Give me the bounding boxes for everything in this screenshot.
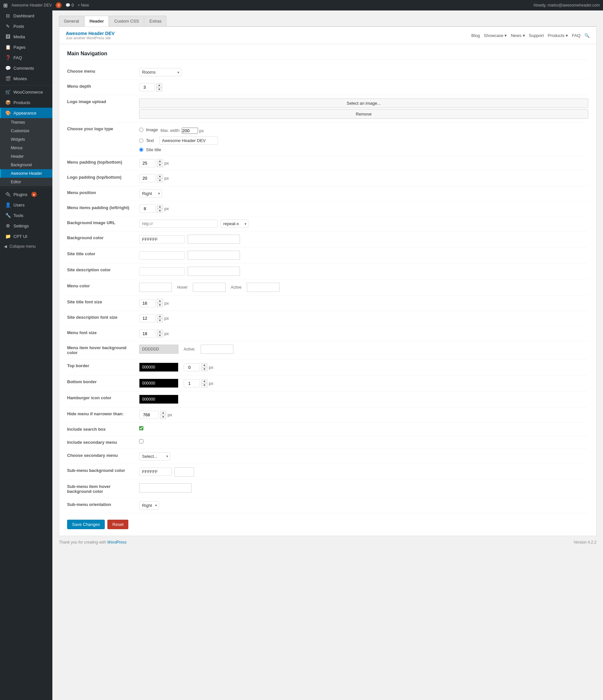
tab-header[interactable]: Header xyxy=(85,16,109,26)
logo-padding-down[interactable]: ▼ xyxy=(157,178,163,183)
sidebar-item-posts[interactable]: ✎ Posts xyxy=(0,21,52,31)
site-desc-font-size-up[interactable]: ▲ xyxy=(157,314,163,319)
top-border-color-swatch[interactable]: 000000 xyxy=(139,362,178,372)
choose-menu-select[interactable]: Rooms Main Menu Secondary Menu xyxy=(139,68,182,76)
site-desc-font-size-input[interactable] xyxy=(139,314,155,322)
sidebar-item-dashboard[interactable]: ⊟ Dashboard xyxy=(0,10,52,21)
bottom-border-size-input[interactable] xyxy=(184,379,200,388)
menu-hover-label: Hover xyxy=(177,285,188,290)
sidebar-item-settings[interactable]: ⚙ Settings xyxy=(0,221,52,231)
sidebar-item-tools[interactable]: 🔧 Tools xyxy=(0,210,52,221)
submenu-orientation-select[interactable]: Right Left xyxy=(139,501,159,509)
tab-extras[interactable]: Extras xyxy=(144,16,166,26)
site-title-font-size-up[interactable]: ▲ xyxy=(157,299,163,303)
top-border-size-input[interactable] xyxy=(184,363,200,371)
menu-depth-down[interactable]: ▼ xyxy=(156,88,162,92)
menu-color-swatch[interactable] xyxy=(139,283,172,292)
max-width-input[interactable] xyxy=(182,128,198,134)
menu-items-padding-up[interactable]: ▲ xyxy=(157,204,163,209)
menu-font-size-up[interactable]: ▲ xyxy=(157,329,163,334)
menu-position-select[interactable]: Right Left Center xyxy=(139,190,162,198)
include-secondary-menu-checkbox[interactable] xyxy=(139,439,143,444)
menu-font-size-input[interactable] xyxy=(139,329,155,338)
submenu-item-menus[interactable]: Menus xyxy=(0,144,52,152)
sidebar-item-comments[interactable]: 💬 Comments xyxy=(0,63,52,73)
submenu-item-customize[interactable]: Customize xyxy=(0,127,52,135)
sidebar-item-movies[interactable]: 🎬 Movies xyxy=(0,73,52,84)
bottom-border-color-swatch[interactable]: 000000 xyxy=(139,379,178,388)
submenu-item-background[interactable]: Background xyxy=(0,161,52,169)
submenu-hover-bg-swatch[interactable] xyxy=(139,483,192,493)
menu-hover-active-swatch[interactable] xyxy=(201,345,234,354)
bg-image-url-input[interactable] xyxy=(139,220,218,228)
site-desc-color-input[interactable] xyxy=(139,267,185,276)
remove-image-button[interactable]: Remove xyxy=(139,109,588,119)
submenu-item-editor[interactable]: Editor xyxy=(0,178,52,186)
menu-active-swatch[interactable] xyxy=(247,283,280,292)
menu-font-size-down[interactable]: ▼ xyxy=(157,333,163,338)
logo-type-text-radio[interactable] xyxy=(139,139,143,143)
sidebar-item-faq[interactable]: ❓ FAQ xyxy=(0,52,52,63)
sidebar-item-products[interactable]: 📦 Products xyxy=(0,97,52,108)
bg-color-input[interactable] xyxy=(139,235,185,244)
logo-padding-input[interactable] xyxy=(139,174,155,182)
menu-items-padding-down[interactable]: ▼ xyxy=(157,209,163,213)
save-changes-button[interactable]: Save Changes xyxy=(67,520,105,529)
submenu-item-header[interactable]: Header xyxy=(0,152,52,161)
sidebar-item-users[interactable]: 👤 Users xyxy=(0,200,52,210)
submenu-bg-color-swatch[interactable] xyxy=(174,467,194,476)
site-title-color-swatch[interactable] xyxy=(188,251,240,260)
site-title-font-size-input[interactable] xyxy=(139,299,155,307)
reset-button[interactable]: Reset xyxy=(107,520,128,529)
menu-padding-up[interactable]: ▲ xyxy=(157,159,163,163)
collapse-menu-button[interactable]: ◀ Collapse menu xyxy=(0,242,52,251)
hide-menu-narrower-down[interactable]: ▼ xyxy=(160,415,166,419)
submenu-item-widgets[interactable]: Widgets xyxy=(0,135,52,144)
submenu-item-themes[interactable]: Themes xyxy=(0,118,52,127)
submenu-bg-color-input[interactable] xyxy=(139,468,172,476)
site-desc-color-swatch[interactable] xyxy=(188,267,240,276)
update-count[interactable]: 8 xyxy=(56,2,62,8)
logo-text-input[interactable] xyxy=(159,136,218,145)
logo-type-image-radio[interactable] xyxy=(139,128,143,132)
sidebar-item-media[interactable]: 🖼 Media xyxy=(0,31,52,42)
site-title-font-size-down[interactable]: ▼ xyxy=(157,303,163,307)
sidebar-item-pages[interactable]: 📋 Pages xyxy=(0,42,52,52)
site-desc-font-size-down[interactable]: ▼ xyxy=(157,319,163,323)
submenu-item-awesome-header[interactable]: Awesome Header xyxy=(0,169,52,178)
bg-color-swatch[interactable] xyxy=(188,235,240,244)
bottom-border-size-down[interactable]: ▼ xyxy=(201,383,208,388)
menu-padding-down[interactable]: ▼ xyxy=(157,163,163,167)
bg-repeat-select[interactable]: repeat-x repeat no-repeat repeat-y xyxy=(220,220,248,228)
hide-menu-narrower-input[interactable] xyxy=(139,411,159,419)
new-button[interactable]: + New xyxy=(78,3,89,7)
sidebar-item-label: Settings xyxy=(14,224,29,228)
sidebar-item-cpt-ui[interactable]: 📁 CPT UI xyxy=(0,231,52,242)
wp-logo[interactable]: ⊞ xyxy=(3,2,7,8)
hide-menu-narrower-up[interactable]: ▲ xyxy=(160,411,166,415)
top-border-size-down[interactable]: ▼ xyxy=(201,367,208,371)
menu-depth-up[interactable]: ▲ xyxy=(156,83,162,88)
menu-hover-swatch[interactable] xyxy=(193,283,225,292)
menu-hover-bg-swatch[interactable]: DDDDDD xyxy=(139,345,178,354)
sidebar-item-plugins[interactable]: 🔌 Plugins ● xyxy=(0,189,52,200)
choose-secondary-menu-select[interactable]: Select... Rooms Main Menu xyxy=(139,452,170,460)
sidebar-item-woocommerce[interactable]: 🛒 WooCommerce xyxy=(0,87,52,97)
sidebar-item-appearance[interactable]: 🎨 Appearance xyxy=(0,108,52,118)
menu-depth-input[interactable] xyxy=(139,83,155,91)
top-border-size-up[interactable]: ▲ xyxy=(201,363,208,367)
hamburger-color-swatch[interactable]: 000000 xyxy=(139,395,178,404)
bottom-border-size-up[interactable]: ▲ xyxy=(201,379,208,383)
menu-items-padding-input[interactable] xyxy=(139,204,155,213)
logo-type-sitetitle-radio[interactable] xyxy=(139,148,143,152)
wordpress-link[interactable]: WordPress xyxy=(107,540,126,545)
logo-padding-up[interactable]: ▲ xyxy=(157,174,163,178)
tab-custom-css[interactable]: Custom CSS xyxy=(109,16,144,26)
menu-padding-input[interactable] xyxy=(139,159,155,167)
select-image-button[interactable]: Select an image... xyxy=(139,99,588,108)
site-name[interactable]: Awesome Header DEV xyxy=(11,3,52,7)
include-search-box-checkbox[interactable] xyxy=(139,426,143,430)
site-title-color-input[interactable] xyxy=(139,251,185,259)
comments-icon[interactable]: 💬 0 xyxy=(66,3,74,7)
tab-general[interactable]: General xyxy=(59,16,84,26)
